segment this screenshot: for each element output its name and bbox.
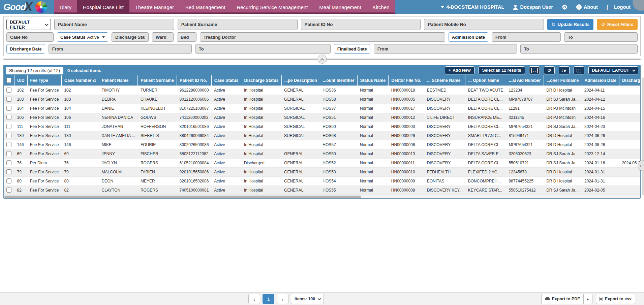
collapse-filters-button[interactable]	[317, 55, 327, 64]
bed-input[interactable]	[177, 32, 196, 42]
table-row[interactable]: 103Fee For Service103DEBRACHAUKE80121200…	[4, 95, 640, 104]
export-pdf-button[interactable]: Export to PDF	[541, 294, 583, 304]
fit-columns-button[interactable]: |↔|	[529, 66, 540, 74]
export-pdf-options-button[interactable]: ▲	[584, 294, 592, 304]
column-header-scheme-name[interactable]: ... Scheme Name	[424, 75, 465, 86]
table-row[interactable]: 80Fee For Service80DEONMEYER820101650208…	[4, 176, 640, 185]
column-header-option-name[interactable]: ... Option Name	[465, 75, 506, 86]
row-checkbox[interactable]	[6, 160, 11, 165]
case-status-dropdown[interactable]: Case Status Active	[57, 32, 108, 42]
admission-date-from-input[interactable]	[492, 32, 561, 42]
add-new-button[interactable]: + Add New	[445, 66, 474, 74]
nav-item-hospital-case-list[interactable]: Hospital Case List	[77, 0, 129, 14]
column-header-fee-type[interactable]: Fee Type	[27, 75, 61, 86]
table-row[interactable]: 106Fee For Service106NERINA DANICAGOUWS7…	[4, 113, 640, 122]
discharge-date-to-input[interactable]	[195, 44, 331, 54]
column-header-discharge-status[interactable]: Discharge Status	[241, 75, 281, 86]
row-checkbox[interactable]	[6, 106, 11, 111]
table-cell: TIMOTHY	[99, 86, 138, 95]
table-row[interactable]: 102Fee For Service102TIMOTHYTURNER961228…	[4, 86, 640, 95]
columns-button[interactable]	[574, 66, 584, 74]
chevron-up-icon	[320, 58, 324, 62]
settings-button[interactable]: ⚙	[562, 4, 568, 10]
row-checkbox[interactable]	[6, 178, 11, 183]
row-checkbox[interactable]	[6, 88, 11, 93]
column-header-uid[interactable]: UID	[14, 75, 28, 86]
nav-item-diary[interactable]: Diary	[54, 0, 77, 14]
column-header-al-aid-number[interactable]: ...al Aid Number	[506, 75, 544, 86]
patient-name-input[interactable]	[54, 19, 174, 30]
column-header-ount-identifier[interactable]: ...ount Identifier	[320, 75, 357, 86]
table-row[interactable]: 111Fee For Service111JONATHANHOFFERSON82…	[4, 122, 640, 131]
row-checkbox[interactable]	[6, 142, 11, 147]
export-csv-button[interactable]: Export to csv	[596, 294, 635, 304]
discharge-date-from-input[interactable]	[49, 44, 192, 54]
select-all-checkbox[interactable]	[6, 78, 11, 83]
column-header-patient-id-no[interactable]: Patient ID No.	[177, 75, 212, 86]
column-header-case-number[interactable]: Case Number▾1	[61, 75, 99, 86]
row-checkbox[interactable]	[6, 97, 11, 102]
table-row[interactable]: 69Fee For Service69JENNYFISCHER680312211…	[4, 149, 640, 158]
table-row[interactable]: 146Fee For Service146MIKEFOURIE800202650…	[4, 140, 640, 149]
table-row[interactable]: 79Fee For Service79MALCOLMFABIEN92010156…	[4, 167, 640, 176]
table-cell: 130	[61, 131, 99, 140]
about-button[interactable]: i About	[576, 4, 598, 10]
table-cell: HOS36	[320, 86, 357, 95]
table-cell: 2023-12-14	[582, 149, 619, 158]
table-row[interactable]: 104Fee For Service104DANIEKLEINGELDT8107…	[4, 104, 640, 113]
table-row[interactable]: 76Per Diem76JACLYNROGERS6105210000084Act…	[4, 158, 640, 167]
column-header-oner-fullname[interactable]: ...oner Fullname	[544, 75, 582, 86]
items-per-page-select[interactable]: Items: 100	[291, 294, 324, 304]
discharge-status-input[interactable]	[112, 32, 149, 42]
table-row[interactable]: 130Fee For Service130XANTE AMELIA ...SIE…	[4, 131, 640, 140]
reset-filters-button[interactable]: ↺ Reset Filters	[597, 19, 638, 30]
nav-item-kitchen[interactable]: Kitchen	[367, 0, 395, 14]
vertical-scrollbar[interactable]	[642, 77, 644, 195]
table-row[interactable]: 82Fee For Service82CLAYTONROGERS74051000…	[4, 185, 640, 195]
nav-item-theatre-manager[interactable]: Theatre Manager	[129, 0, 180, 14]
user-menu[interactable]: Docspan User	[513, 4, 553, 10]
row-checkbox[interactable]	[6, 133, 11, 138]
column-header-debtor-file-no[interactable]: Debtor File No.	[389, 75, 424, 86]
page-1-button[interactable]: 1	[263, 294, 274, 304]
reset-layout-button[interactable]: ↺	[544, 66, 555, 74]
row-checkbox[interactable]	[6, 151, 11, 156]
finalised-date-from-input[interactable]	[374, 44, 517, 54]
column-header-patient-surname[interactable]: Patient Surname	[138, 75, 177, 86]
table-cell: 79	[14, 167, 28, 176]
table-cell: 111	[61, 122, 99, 131]
row-checkbox[interactable]	[6, 115, 11, 120]
update-results-button[interactable]: ↻ Update Results	[547, 19, 593, 30]
nav-item-bed-management[interactable]: Bed Management	[180, 0, 231, 14]
column-header-pe-description[interactable]: ...pe Description	[281, 75, 320, 86]
patient-surname-input[interactable]	[178, 19, 298, 30]
hospital-selector[interactable]: 4-DOCSTEAM HOSPITAL	[441, 4, 504, 10]
case-no-input[interactable]	[6, 32, 54, 42]
row-checkbox-cell	[4, 158, 14, 167]
row-checkbox[interactable]	[6, 188, 11, 193]
admission-date-to-input[interactable]	[564, 32, 638, 42]
select-all-button[interactable]: Select all 12 results	[479, 66, 525, 74]
column-header-discharge-date[interactable]: Discharge Date	[619, 75, 640, 86]
ward-input[interactable]	[152, 32, 174, 42]
patient-id-input[interactable]	[301, 19, 421, 30]
column-header-status-name[interactable]: Status Name	[357, 75, 389, 86]
patient-mobile-input[interactable]	[424, 19, 544, 30]
finalised-date-to-input[interactable]	[520, 44, 638, 54]
sort-button[interactable]: ↓	[559, 66, 570, 74]
treating-doctor-input[interactable]	[200, 32, 445, 42]
next-page-button[interactable]: ›	[277, 294, 288, 304]
row-checkbox[interactable]	[6, 169, 11, 174]
prev-page-button[interactable]: ‹	[248, 294, 260, 304]
horizontal-scrollbar-thumb[interactable]	[4, 196, 361, 198]
nav-item-recurring-service-management[interactable]: Recurring Service Management	[231, 0, 313, 14]
row-checkbox[interactable]	[6, 124, 11, 129]
nav-item-meal-management[interactable]: Meal Management	[313, 0, 367, 14]
table-cell: In Hospital	[241, 149, 281, 158]
column-header-case-status[interactable]: Case Status	[211, 75, 241, 86]
column-header-patient-name[interactable]: Patient Name	[99, 75, 138, 86]
column-header-admission-date[interactable]: Admission Date	[582, 75, 619, 86]
default-filter-select[interactable]: DEFAULT FILTER	[6, 19, 51, 30]
logout-button[interactable]: [→ Logout	[607, 4, 631, 10]
layout-select-button[interactable]: DEFAULT LAYOUT	[588, 66, 638, 74]
